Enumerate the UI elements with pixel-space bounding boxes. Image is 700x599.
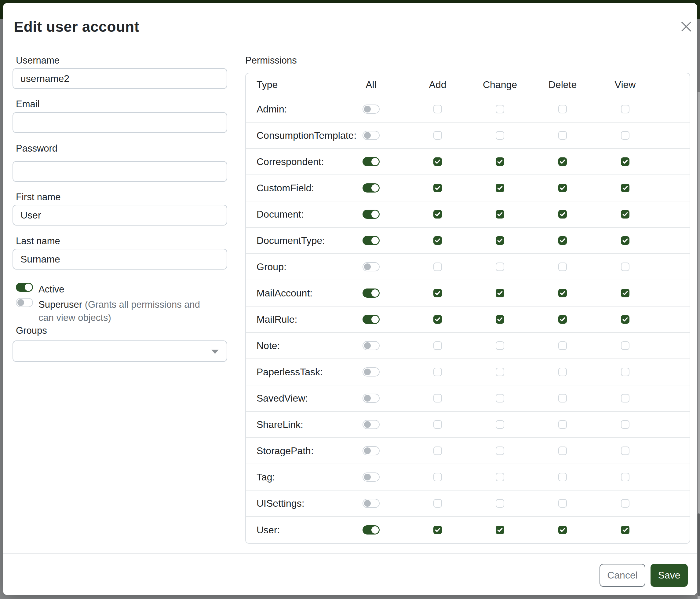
permission-change-checkbox[interactable]: [496, 210, 504, 218]
permission-view-checkbox[interactable]: [621, 131, 629, 140]
first-name-input[interactable]: [12, 205, 227, 225]
permission-add-checkbox[interactable]: [433, 499, 442, 508]
permission-change-checkbox[interactable]: [496, 394, 504, 403]
permission-add-checkbox[interactable]: [433, 263, 442, 271]
permission-delete-checkbox[interactable]: [558, 263, 567, 271]
permission-all-toggle[interactable]: [362, 236, 380, 245]
permission-delete-checkbox[interactable]: [558, 526, 567, 534]
cancel-button[interactable]: Cancel: [600, 564, 645, 587]
permission-change-checkbox[interactable]: [496, 526, 504, 534]
permission-change-checkbox[interactable]: [496, 131, 504, 140]
permission-add-checkbox[interactable]: [433, 131, 442, 140]
permission-view-checkbox[interactable]: [621, 236, 629, 245]
permission-add-checkbox[interactable]: [433, 341, 442, 350]
permission-delete-checkbox[interactable]: [558, 289, 567, 297]
username-input[interactable]: [12, 68, 227, 89]
permission-delete-checkbox[interactable]: [558, 131, 567, 140]
page-scrollbar-thumb[interactable]: [698, 513, 700, 596]
permission-add-checkbox[interactable]: [433, 289, 442, 297]
permission-change-checkbox[interactable]: [496, 158, 504, 166]
permission-change-checkbox[interactable]: [496, 473, 504, 481]
permission-delete-checkbox[interactable]: [558, 105, 567, 113]
permission-all-toggle[interactable]: [362, 341, 380, 350]
permission-all-toggle[interactable]: [362, 183, 380, 193]
permission-view-checkbox[interactable]: [621, 105, 629, 113]
permission-all-toggle[interactable]: [362, 367, 380, 377]
permission-delete-checkbox[interactable]: [558, 236, 567, 245]
permission-view-checkbox[interactable]: [621, 184, 629, 192]
save-button[interactable]: Save: [651, 564, 688, 587]
groups-select[interactable]: [12, 340, 227, 362]
permission-change-checkbox[interactable]: [496, 368, 504, 376]
permission-delete-checkbox[interactable]: [558, 420, 567, 429]
email-input[interactable]: [12, 112, 227, 133]
permission-view-checkbox[interactable]: [621, 368, 629, 376]
permission-change-checkbox[interactable]: [496, 447, 504, 455]
permission-delete-checkbox[interactable]: [558, 184, 567, 192]
permission-delete-checkbox[interactable]: [558, 499, 567, 508]
permission-add-checkbox[interactable]: [433, 158, 442, 166]
permission-all-toggle[interactable]: [362, 104, 380, 114]
permission-view-checkbox[interactable]: [621, 394, 629, 403]
permission-view-checkbox[interactable]: [621, 499, 629, 508]
permission-change-checkbox[interactable]: [496, 184, 504, 192]
permission-delete-checkbox[interactable]: [558, 473, 567, 481]
permission-add-checkbox[interactable]: [433, 394, 442, 403]
close-button[interactable]: [676, 17, 696, 37]
last-name-input[interactable]: [12, 249, 227, 269]
permission-all-toggle[interactable]: [362, 131, 380, 140]
password-input[interactable]: [12, 161, 227, 182]
permission-add-checkbox[interactable]: [433, 315, 442, 324]
permission-view-checkbox[interactable]: [621, 263, 629, 271]
permission-delete-checkbox[interactable]: [558, 158, 567, 166]
permission-add-checkbox[interactable]: [433, 105, 442, 113]
permission-type-label: ConsumptionTemplate:: [256, 130, 356, 141]
permission-change-checkbox[interactable]: [496, 341, 504, 350]
permission-all-toggle[interactable]: [362, 473, 380, 482]
permission-all-toggle[interactable]: [362, 210, 380, 219]
permission-view-checkbox[interactable]: [621, 158, 629, 166]
permission-change-checkbox[interactable]: [496, 263, 504, 271]
permission-delete-checkbox[interactable]: [558, 210, 567, 218]
permission-change-checkbox[interactable]: [496, 289, 504, 297]
permission-all-toggle[interactable]: [362, 420, 380, 429]
permission-delete-checkbox[interactable]: [558, 315, 567, 324]
permission-all-toggle[interactable]: [362, 499, 380, 508]
permission-view-checkbox[interactable]: [621, 420, 629, 429]
permission-delete-checkbox[interactable]: [558, 447, 567, 455]
active-toggle[interactable]: [16, 283, 33, 292]
permission-view-checkbox[interactable]: [621, 526, 629, 534]
permission-view-checkbox[interactable]: [621, 210, 629, 218]
permission-all-toggle[interactable]: [362, 393, 380, 403]
superuser-toggle[interactable]: [16, 298, 33, 307]
permission-view-checkbox[interactable]: [621, 447, 629, 455]
permission-all-toggle[interactable]: [362, 157, 380, 166]
permission-add-checkbox[interactable]: [433, 447, 442, 455]
superuser-label-block: Superuser (Grants all permissions and ca…: [39, 298, 212, 324]
permission-all-toggle[interactable]: [362, 288, 380, 298]
permission-all-toggle[interactable]: [362, 262, 380, 271]
check-icon: [497, 185, 503, 191]
permission-add-checkbox[interactable]: [433, 210, 442, 218]
permission-add-checkbox[interactable]: [433, 420, 442, 429]
permission-change-checkbox[interactable]: [496, 236, 504, 245]
permission-change-checkbox[interactable]: [496, 105, 504, 113]
permission-all-toggle[interactable]: [362, 446, 380, 455]
permission-add-checkbox[interactable]: [433, 236, 442, 245]
permission-delete-checkbox[interactable]: [558, 394, 567, 403]
permission-change-checkbox[interactable]: [496, 315, 504, 324]
permission-view-checkbox[interactable]: [621, 473, 629, 481]
permission-all-toggle[interactable]: [362, 315, 380, 324]
permission-add-checkbox[interactable]: [433, 184, 442, 192]
permission-change-checkbox[interactable]: [496, 499, 504, 508]
permission-add-checkbox[interactable]: [433, 526, 442, 534]
permission-change-checkbox[interactable]: [496, 420, 504, 429]
permission-add-checkbox[interactable]: [433, 473, 442, 481]
permission-view-checkbox[interactable]: [621, 341, 629, 350]
permission-view-checkbox[interactable]: [621, 315, 629, 324]
permission-view-checkbox[interactable]: [621, 289, 629, 297]
permission-add-checkbox[interactable]: [433, 368, 442, 376]
permission-all-toggle[interactable]: [362, 525, 380, 534]
permission-delete-checkbox[interactable]: [558, 368, 567, 376]
permission-delete-checkbox[interactable]: [558, 341, 567, 350]
